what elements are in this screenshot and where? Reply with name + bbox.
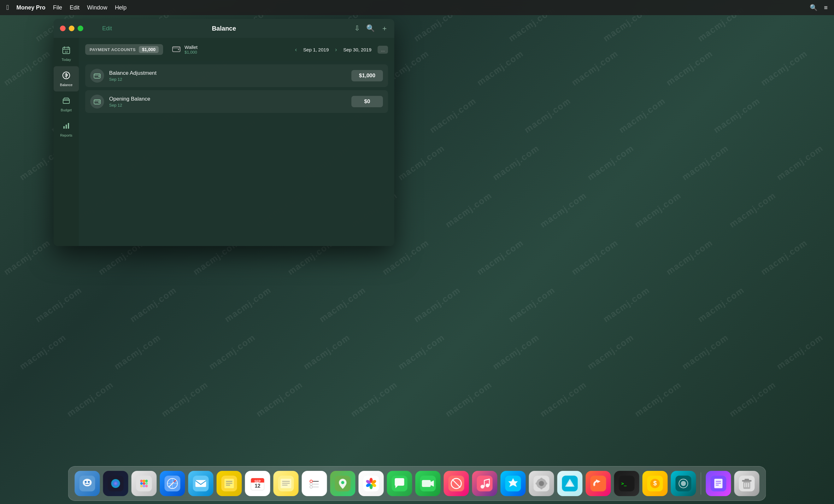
transaction-icon-opening-balance: [90, 95, 104, 109]
date-next-arrow[interactable]: ›: [335, 46, 337, 53]
dock-item-music[interactable]: [472, 471, 498, 496]
dock-item-siri[interactable]: [103, 471, 128, 496]
dock-item-template[interactable]: [706, 471, 731, 496]
reports-icon: [62, 122, 70, 132]
sidebar-item-today[interactable]: 12 Today: [53, 41, 79, 66]
window-title: Balance: [212, 25, 236, 32]
sidebar-label-budget: Budget: [61, 108, 72, 112]
svg-point-88: [545, 483, 547, 485]
dock-item-taska[interactable]: [557, 471, 583, 496]
edit-button[interactable]: Edit: [102, 25, 112, 32]
search-button[interactable]: 🔍: [366, 24, 375, 32]
svg-rect-8: [63, 126, 65, 129]
table-row[interactable]: Opening Balance Sep 12 $0: [85, 90, 388, 113]
dock-item-safari[interactable]: [160, 471, 185, 496]
menubar-item-help[interactable]: Help: [115, 4, 127, 11]
menubar-item-edit[interactable]: Edit: [70, 4, 80, 11]
svg-point-25: [143, 480, 146, 482]
svg-text:SEP: SEP: [254, 480, 261, 483]
dock-item-calendar[interactable]: SEP 12: [245, 471, 270, 496]
date-start[interactable]: Sep 1, 2019: [300, 46, 332, 53]
balance-icon: [62, 71, 70, 82]
svg-rect-38: [196, 480, 206, 487]
dock-item-sysprefs[interactable]: [529, 471, 554, 496]
sidebar-label-reports: Reports: [60, 133, 72, 137]
dock-item-terminal[interactable]: >_: [614, 471, 639, 496]
dock-item-finder[interactable]: [75, 471, 100, 496]
svg-point-79: [486, 483, 489, 487]
today-icon: 12: [62, 46, 70, 57]
dock-item-dns[interactable]: [444, 471, 469, 496]
dock-item-stickies[interactable]: [217, 471, 242, 496]
sidebar-item-balance[interactable]: Balance: [53, 66, 79, 91]
date-prev-arrow[interactable]: ‹: [295, 46, 297, 53]
dock-item-maps[interactable]: [330, 471, 355, 496]
dock-item-launchpad[interactable]: [132, 471, 157, 496]
sidebar-label-balance: Balance: [60, 83, 72, 87]
transaction-info-balance-adjustment: Balance Adjustment Sep 12: [109, 70, 346, 82]
account-entry[interactable]: Wallet $1,000: [168, 42, 202, 58]
date-range: ‹ Sep 1, 2019 › Sep 30, 2019 ...: [295, 46, 388, 53]
svg-point-78: [481, 485, 484, 488]
svg-point-87: [535, 483, 538, 485]
svg-point-32: [146, 485, 148, 487]
dock-item-codeshot[interactable]: [671, 471, 696, 496]
svg-point-84: [539, 481, 544, 486]
svg-rect-90: [591, 476, 606, 491]
svg-point-30: [140, 485, 143, 487]
svg-point-31: [143, 485, 146, 487]
minimize-button[interactable]: [69, 25, 74, 31]
transaction-date: Sep 12: [109, 77, 346, 82]
table-row[interactable]: Balance Adjustment Sep 12 $1,000: [85, 64, 388, 87]
close-button[interactable]: [60, 25, 66, 31]
dock-item-notes[interactable]: [273, 471, 299, 496]
toolbar: PAYMENT ACCOUNTS $1,000 Wallet $1,: [79, 38, 394, 61]
dock-item-photos[interactable]: [359, 471, 384, 496]
transaction-list: Balance Adjustment Sep 12 $1,000: [79, 61, 394, 246]
dock-item-mail[interactable]: [188, 471, 214, 496]
dock-item-cashculator[interactable]: $: [642, 471, 668, 496]
svg-point-85: [540, 478, 543, 480]
wallet-icon: [172, 44, 181, 55]
account-pill[interactable]: PAYMENT ACCOUNTS $1,000: [85, 44, 163, 55]
sidebar-item-reports[interactable]: Reports: [53, 117, 79, 142]
dock-item-messages[interactable]: [387, 471, 412, 496]
svg-point-26: [146, 480, 148, 482]
window-body: 12 Today Balance: [53, 38, 394, 246]
menubar-search-icon[interactable]: 🔍: [810, 4, 818, 12]
date-end[interactable]: Sep 30, 2019: [340, 46, 374, 53]
transaction-icon-balance-adjustment: [90, 69, 104, 83]
account-section-label: PAYMENT ACCOUNTS: [90, 47, 136, 52]
dock: SEP 12: [68, 466, 766, 501]
account-info: Wallet $1,000: [184, 44, 197, 54]
svg-rect-10: [68, 123, 69, 129]
menubar-item-moneypro[interactable]: Money Pro: [16, 4, 45, 11]
dock-item-reminders[interactable]: [302, 471, 327, 496]
menubar-list-icon[interactable]: ≡: [824, 4, 828, 12]
svg-rect-107: [745, 479, 749, 480]
sidebar-item-budget[interactable]: Budget: [53, 91, 79, 117]
sidebar: 12 Today Balance: [53, 38, 79, 246]
svg-point-24: [140, 480, 143, 482]
dock-item-trash[interactable]: [734, 471, 760, 496]
export-button[interactable]: ⇩: [354, 24, 360, 32]
svg-point-16: [98, 102, 100, 103]
transaction-info-opening-balance: Opening Balance Sep 12: [109, 96, 346, 108]
transaction-amount-balance-adjustment: $1,000: [351, 70, 383, 81]
titlebar-actions: ⇩ 🔍 ＋: [354, 24, 388, 33]
dock-item-facetime[interactable]: [415, 471, 441, 496]
dock-item-appstore[interactable]: [501, 471, 526, 496]
menubar-item-window[interactable]: Window: [87, 4, 107, 11]
add-button[interactable]: ＋: [381, 24, 388, 33]
svg-text:>_: >_: [621, 481, 627, 486]
svg-text:12: 12: [65, 50, 68, 53]
maximize-button[interactable]: [78, 25, 83, 31]
app-window: Edit Balance ⇩ 🔍 ＋ 12 Today: [53, 19, 394, 246]
svg-point-98: [681, 481, 686, 486]
account-total-amount: $1,000: [139, 46, 159, 53]
transaction-name: Opening Balance: [109, 96, 346, 102]
dock-item-toolbox[interactable]: [586, 471, 611, 496]
date-more-button[interactable]: ...: [378, 46, 388, 53]
apple-menu-icon[interactable]: : [6, 3, 9, 12]
menubar-item-file[interactable]: File: [53, 4, 62, 11]
